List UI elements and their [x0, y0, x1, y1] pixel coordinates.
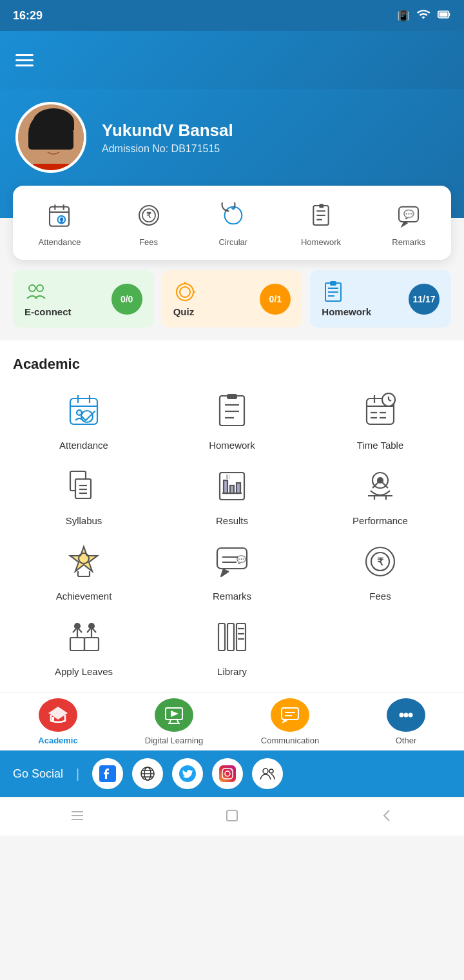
- status-bar: 16:29 📳: [0, 0, 464, 31]
- menu-homework-label: Homework: [209, 440, 255, 451]
- nav-communication-label: Communication: [261, 736, 319, 745]
- svg-rect-84: [227, 623, 234, 651]
- menu-homework[interactable]: Homework: [161, 388, 303, 451]
- quiz-badge: 0/1: [260, 284, 291, 315]
- menu-attendance-label: Attendance: [59, 440, 108, 451]
- twitter-icon[interactable]: [172, 758, 203, 789]
- svg-point-27: [37, 285, 43, 291]
- econnect-icon: [24, 280, 48, 304]
- svg-rect-107: [219, 765, 236, 782]
- nav-digital-learning[interactable]: Digital Learning: [116, 693, 232, 750]
- menu-library-label: Library: [217, 666, 247, 677]
- svg-text:|||: |||: [226, 474, 230, 479]
- quick-actions-card: 👤 Attendance ₹ Fees Circular: [13, 186, 451, 260]
- menu-fees-label: Fees: [369, 591, 391, 602]
- android-nav: [0, 797, 464, 836]
- svg-rect-67: [237, 483, 240, 493]
- menu-syllabus[interactable]: Syllabus: [13, 464, 155, 526]
- svg-point-8: [52, 144, 55, 150]
- svg-point-29: [180, 287, 190, 297]
- attendance-icon: 👤: [43, 199, 76, 232]
- globe-icon[interactable]: [132, 758, 163, 789]
- menu-applyleaves-label: Apply Leaves: [55, 666, 113, 677]
- menu-applyleaves[interactable]: Apply Leaves: [13, 614, 155, 677]
- fees-icon: ₹: [132, 199, 166, 232]
- homework-icon: [304, 199, 338, 232]
- social-divider: |: [76, 767, 79, 781]
- svg-rect-66: [230, 485, 234, 493]
- svg-rect-1: [440, 12, 448, 16]
- instagram-icon[interactable]: [212, 758, 243, 789]
- nav-other[interactable]: Other: [348, 693, 464, 750]
- menu-remarks-label: Remarks: [213, 591, 251, 602]
- svg-point-71: [378, 478, 383, 483]
- menu-performance[interactable]: Performance: [309, 464, 451, 526]
- svg-rect-79: [70, 638, 84, 651]
- nav-other-label: Other: [396, 736, 417, 745]
- svg-point-112: [269, 769, 273, 773]
- svg-rect-36: [331, 282, 336, 285]
- menu-achievement-icon: [61, 539, 106, 584]
- svg-rect-65: [224, 480, 227, 493]
- profile-name: YukundV Bansal: [102, 121, 233, 141]
- status-icons: 📳: [397, 7, 451, 24]
- nav-digital-learning-label: Digital Learning: [145, 736, 203, 745]
- nav-communication[interactable]: Communication: [232, 693, 348, 750]
- svg-rect-47: [227, 395, 237, 398]
- nav-digital-learning-icon: [155, 698, 193, 732]
- menu-timetable[interactable]: Time Table: [309, 388, 451, 451]
- menu-timetable-icon: [358, 388, 403, 433]
- econnect-label: E-connect: [24, 306, 72, 317]
- svg-point-82: [89, 623, 94, 629]
- quick-fees[interactable]: ₹ Fees: [132, 199, 166, 247]
- svg-rect-83: [218, 623, 225, 651]
- quick-circular[interactable]: Circular: [217, 199, 250, 247]
- go-social-text: Go Social: [13, 767, 63, 781]
- svg-point-28: [177, 284, 193, 300]
- avatar: [15, 102, 86, 173]
- profile-info: YukundV Bansal Admission No: DB171515: [102, 121, 233, 155]
- menu-results[interactable]: ||| Results: [161, 464, 303, 526]
- homework-badge: 11/17: [409, 284, 440, 315]
- vibrate-icon: 📳: [397, 10, 410, 22]
- people-icon[interactable]: [252, 758, 283, 789]
- svg-rect-9: [31, 164, 76, 170]
- academic-section: Academic Attendance: [0, 340, 464, 692]
- stat-quiz[interactable]: Quiz 0/1: [162, 270, 303, 328]
- quick-homework-label: Homework: [301, 237, 341, 247]
- menu-results-icon: |||: [209, 464, 255, 509]
- menu-achievement[interactable]: Achievement: [13, 539, 155, 602]
- svg-rect-116: [227, 810, 237, 821]
- android-home-btn[interactable]: [223, 807, 241, 827]
- quick-remarks[interactable]: 💬 Remarks: [392, 199, 425, 247]
- facebook-icon[interactable]: [92, 758, 123, 789]
- academic-grid: Attendance Homework: [13, 388, 451, 677]
- nav-academic-label: Academic: [38, 736, 77, 745]
- stat-homework[interactable]: Homework 11/17: [310, 270, 451, 328]
- svg-point-7: [59, 139, 64, 144]
- menu-fees[interactable]: ₹ Fees: [309, 539, 451, 602]
- hamburger-menu[interactable]: [15, 54, 34, 66]
- android-menu-btn[interactable]: [68, 807, 86, 827]
- svg-rect-89: [52, 717, 54, 722]
- quick-attendance-label: Attendance: [39, 237, 81, 247]
- svg-point-98: [404, 713, 409, 718]
- menu-achievement-label: Achievement: [56, 591, 112, 602]
- quick-attendance[interactable]: 👤 Attendance: [39, 199, 81, 247]
- android-back-btn[interactable]: [378, 807, 396, 827]
- svg-point-3: [33, 108, 74, 137]
- menu-library[interactable]: Library: [161, 614, 303, 677]
- menu-attendance[interactable]: Attendance: [13, 388, 155, 451]
- menu-remarks[interactable]: 💬 Remarks: [161, 539, 303, 602]
- academic-title: Academic: [13, 356, 451, 373]
- nav-academic[interactable]: Academic: [0, 693, 116, 750]
- menu-syllabus-icon: [61, 464, 106, 509]
- menu-results-label: Results: [216, 515, 248, 526]
- svg-point-42: [77, 410, 82, 415]
- circular-icon: [217, 199, 250, 232]
- quick-homework[interactable]: Homework: [301, 199, 341, 247]
- quick-circular-label: Circular: [218, 237, 247, 247]
- stat-econnect[interactable]: E-connect 0/0: [13, 270, 154, 328]
- svg-point-111: [263, 769, 268, 774]
- homework-stat-icon: [322, 280, 345, 304]
